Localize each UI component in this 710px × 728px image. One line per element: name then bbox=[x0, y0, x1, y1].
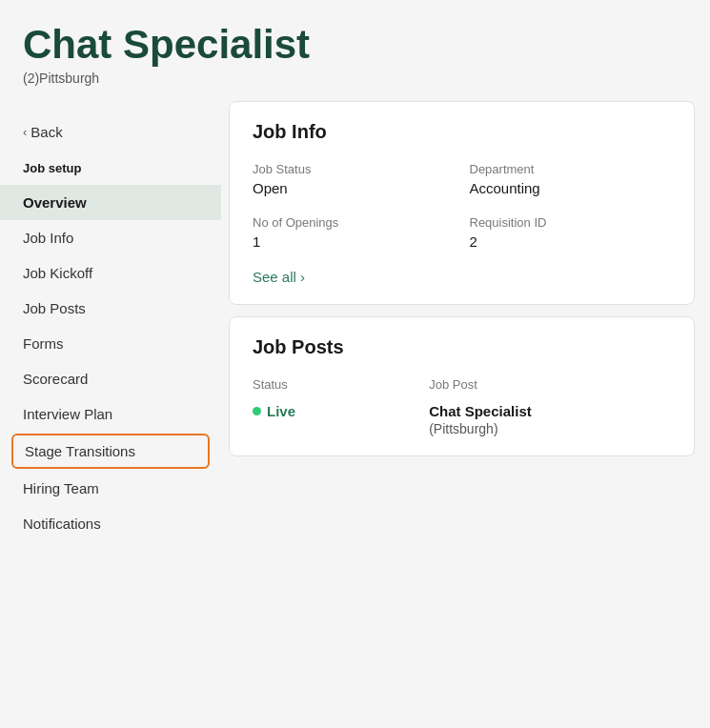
job-status-field: Job Status Open bbox=[253, 162, 455, 196]
sidebar-item-overview[interactable]: Overview bbox=[0, 185, 221, 220]
back-link[interactable]: ‹ Back bbox=[0, 116, 221, 148]
sidebar-item-hiring-team[interactable]: Hiring Team bbox=[0, 471, 221, 506]
requisition-label: Requisition ID bbox=[470, 215, 672, 230]
job-posts-card: Job Posts Status Job Post Live Chat Spec… bbox=[229, 316, 695, 456]
back-chevron-icon: ‹ bbox=[23, 125, 27, 139]
requisition-value: 2 bbox=[470, 233, 672, 250]
page-subtitle: (2)Pittsburgh bbox=[23, 71, 687, 86]
post-row: Live Chat Specialist (Pittsburgh) bbox=[253, 403, 671, 436]
page-container: Chat Specialist (2)Pittsburgh ‹ Back Job… bbox=[0, 0, 710, 728]
status-badge: Live bbox=[253, 403, 414, 419]
see-all-chevron-icon: › bbox=[300, 269, 305, 285]
job-post-col-label: Job Post bbox=[429, 377, 671, 392]
main-content: Job Info Job Status Open Department Acco… bbox=[221, 101, 710, 728]
sidebar-item-scorecard[interactable]: Scorecard bbox=[0, 361, 221, 396]
page-title: Chat Specialist bbox=[23, 23, 687, 67]
sidebar: ‹ Back Job setup Overview Job Info Job K… bbox=[0, 101, 221, 728]
job-status-value: Open bbox=[253, 180, 455, 196]
department-field: Department Accounting bbox=[470, 162, 672, 196]
see-all-label: See all bbox=[253, 269, 296, 285]
status-col-label: Status bbox=[253, 377, 414, 392]
status-text: Live bbox=[267, 403, 295, 419]
department-value: Accounting bbox=[470, 180, 672, 196]
job-info-card: Job Info Job Status Open Department Acco… bbox=[229, 101, 695, 305]
openings-label: No of Openings bbox=[253, 215, 455, 230]
back-label: Back bbox=[30, 124, 62, 140]
job-info-card-title: Job Info bbox=[253, 121, 671, 143]
job-status-label: Job Status bbox=[253, 162, 455, 176]
page-header: Chat Specialist (2)Pittsburgh bbox=[0, 0, 710, 101]
status-dot-icon bbox=[253, 407, 261, 415]
department-label: Department bbox=[470, 162, 672, 176]
see-all-link[interactable]: See all › bbox=[253, 269, 671, 285]
content-area: ‹ Back Job setup Overview Job Info Job K… bbox=[0, 101, 710, 728]
post-location: (Pittsburgh) bbox=[429, 421, 671, 436]
sidebar-item-job-posts[interactable]: Job Posts bbox=[0, 291, 221, 326]
posts-header-row: Status Job Post bbox=[253, 377, 671, 392]
sidebar-item-job-info[interactable]: Job Info bbox=[0, 220, 221, 255]
job-info-grid: Job Status Open Department Accounting No… bbox=[253, 162, 671, 250]
openings-field: No of Openings 1 bbox=[253, 215, 455, 250]
post-info: Chat Specialist (Pittsburgh) bbox=[429, 403, 671, 436]
requisition-field: Requisition ID 2 bbox=[470, 215, 672, 250]
sidebar-item-forms[interactable]: Forms bbox=[0, 326, 221, 361]
sidebar-item-interview-plan[interactable]: Interview Plan bbox=[0, 396, 221, 432]
job-posts-card-title: Job Posts bbox=[253, 336, 671, 358]
sidebar-section-label: Job setup bbox=[0, 155, 221, 181]
openings-value: 1 bbox=[253, 233, 455, 250]
sidebar-item-job-kickoff[interactable]: Job Kickoff bbox=[0, 255, 221, 291]
post-title: Chat Specialist bbox=[429, 403, 671, 419]
sidebar-item-notifications[interactable]: Notifications bbox=[0, 506, 221, 541]
sidebar-item-stage-transitions[interactable]: Stage Transitions bbox=[11, 434, 210, 469]
